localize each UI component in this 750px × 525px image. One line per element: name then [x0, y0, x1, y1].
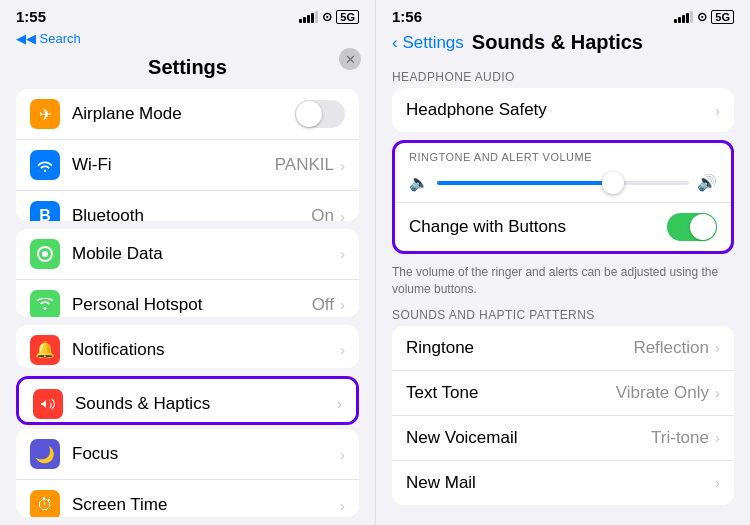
ringtone-chevron: › — [715, 339, 720, 356]
signal-icon-right — [674, 11, 693, 23]
change-buttons-toggle[interactable] — [667, 213, 717, 241]
settings-item-bluetooth[interactable]: B Bluetooth On › — [16, 191, 359, 221]
status-icons-left: ⊙ 5G — [299, 10, 359, 24]
notifications-label: Notifications — [72, 340, 340, 360]
battery-icon: 5G — [336, 10, 359, 24]
new-voicemail-item[interactable]: New Voicemail Tri-tone › — [392, 416, 734, 461]
battery-icon-right: 5G — [711, 10, 734, 24]
volume-slider-row: 🔈 🔊 — [395, 167, 731, 202]
wifi-icon — [30, 150, 60, 180]
settings-item-sounds[interactable]: Sounds & Haptics › — [19, 379, 356, 425]
airplane-icon: ✈ — [30, 99, 60, 129]
signal-icon — [299, 11, 318, 23]
text-tone-label: Text Tone — [406, 383, 616, 403]
screentime-label: Screen Time — [72, 495, 340, 515]
right-panel: 1:56 ⊙ 5G ‹ Settings Sounds & Haptics HE… — [375, 0, 750, 525]
headphone-list: Headphone Safety › — [392, 88, 734, 132]
headphone-safety-chevron: › — [715, 102, 720, 119]
status-bar-right: 1:56 ⊙ 5G — [376, 0, 750, 29]
text-tone-chevron: › — [715, 384, 720, 401]
toggle-knob — [296, 101, 322, 127]
bluetooth-chevron: › — [340, 208, 345, 221]
close-button[interactable]: ✕ — [339, 48, 361, 70]
page-title-left: Settings — [0, 52, 375, 89]
wifi-chevron: › — [340, 157, 345, 174]
new-voicemail-chevron: › — [715, 429, 720, 446]
change-buttons-row: Change with Buttons — [395, 202, 731, 251]
volume-slider[interactable] — [437, 181, 689, 185]
cellular-label: Mobile Data — [72, 244, 340, 264]
volume-box: RINGTONE AND ALERT VOLUME 🔈 🔊 Change wit… — [392, 140, 734, 254]
settings-group-1: ✈ Airplane Mode Wi-Fi PANKIL › B Bluetoo… — [16, 89, 359, 221]
back-search-left[interactable]: ◀ ◀ Search — [0, 29, 375, 52]
sounds-icon — [33, 389, 63, 419]
settings-item-hotspot[interactable]: Personal Hotspot Off › — [16, 280, 359, 317]
highlighted-sounds-haptics[interactable]: Sounds & Haptics › — [16, 376, 359, 425]
hotspot-icon — [30, 290, 60, 317]
headphone-safety-label: Headphone Safety — [406, 100, 715, 120]
status-bar-left: 1:55 ⊙ 5G — [0, 0, 375, 29]
hotspot-value: Off — [312, 295, 334, 315]
settings-item-wifi[interactable]: Wi-Fi PANKIL › — [16, 140, 359, 191]
cellular-icon — [30, 239, 60, 269]
notifications-icon: 🔔 — [30, 335, 60, 365]
bluetooth-label: Bluetooth — [72, 206, 311, 221]
patterns-list: Ringtone Reflection › Text Tone Vibrate … — [392, 326, 734, 505]
back-label-left: ◀ Search — [26, 31, 81, 46]
back-arrow-left: ◀ — [16, 31, 26, 46]
cellular-chevron: › — [340, 245, 345, 262]
slider-thumb — [602, 172, 624, 194]
airplane-label: Airplane Mode — [72, 104, 295, 124]
close-icon: ✕ — [345, 52, 356, 67]
ringtone-label: Ringtone — [406, 338, 633, 358]
right-header: ‹ Settings Sounds & Haptics — [376, 29, 750, 64]
slider-fill — [437, 181, 613, 185]
sounds-chevron: › — [337, 395, 342, 412]
settings-item-screentime[interactable]: ⏱ Screen Time › — [16, 480, 359, 517]
new-voicemail-label: New Voicemail — [406, 428, 651, 448]
headphone-audio-label: HEADPHONE AUDIO — [376, 64, 750, 88]
settings-group-1b: Mobile Data › Personal Hotspot Off › — [16, 229, 359, 317]
hotspot-chevron: › — [340, 296, 345, 313]
settings-group-2-before: 🔔 Notifications › — [16, 325, 359, 368]
new-mail-label: New Mail — [406, 473, 709, 493]
headphone-safety-item[interactable]: Headphone Safety › — [392, 88, 734, 132]
new-mail-item[interactable]: New Mail › — [392, 461, 734, 505]
bluetooth-icon: B — [30, 201, 60, 221]
helper-text: The volume of the ringer and alerts can … — [376, 262, 750, 304]
notifications-chevron: › — [340, 341, 345, 358]
screentime-icon: ⏱ — [30, 490, 60, 517]
bluetooth-value: On — [311, 206, 334, 221]
status-icons-right: ⊙ 5G — [674, 10, 734, 24]
back-button-right[interactable]: ‹ Settings — [392, 33, 464, 53]
text-tone-value: Vibrate Only — [616, 383, 709, 403]
change-buttons-label: Change with Buttons — [409, 217, 667, 237]
wifi-icon: ⊙ — [322, 10, 332, 24]
ringtone-value: Reflection — [633, 338, 709, 358]
svg-point-1 — [42, 251, 48, 257]
focus-icon: 🌙 — [30, 439, 60, 469]
sounds-label: Sounds & Haptics — [75, 394, 337, 414]
airplane-toggle[interactable] — [295, 100, 345, 128]
left-panel: 1:55 ⊙ 5G ◀ ◀ Search Settings ✕ ✈ Airpla… — [0, 0, 375, 525]
time-right: 1:56 — [392, 8, 422, 25]
settings-item-cellular[interactable]: Mobile Data › — [16, 229, 359, 280]
focus-label: Focus — [72, 444, 340, 464]
ringtone-item[interactable]: Ringtone Reflection › — [392, 326, 734, 371]
wifi-value: PANKIL — [275, 155, 334, 175]
wifi-label: Wi-Fi — [72, 155, 275, 175]
settings-item-focus[interactable]: 🌙 Focus › — [16, 429, 359, 480]
wifi-icon-right: ⊙ — [697, 10, 707, 24]
focus-chevron: › — [340, 446, 345, 463]
new-voicemail-value: Tri-tone — [651, 428, 709, 448]
volume-section-label: RINGTONE AND ALERT VOLUME — [395, 143, 731, 167]
volume-low-icon: 🔈 — [409, 173, 429, 192]
settings-item-notifications[interactable]: 🔔 Notifications › — [16, 325, 359, 368]
screentime-chevron: › — [340, 497, 345, 514]
settings-item-airplane[interactable]: ✈ Airplane Mode — [16, 89, 359, 140]
sounds-haptics-label: SOUNDS AND HAPTIC PATTERNS — [376, 304, 750, 326]
page-title-right: Sounds & Haptics — [472, 31, 643, 54]
text-tone-item[interactable]: Text Tone Vibrate Only › — [392, 371, 734, 416]
toggle-on-knob — [690, 214, 716, 240]
hotspot-label: Personal Hotspot — [72, 295, 312, 315]
